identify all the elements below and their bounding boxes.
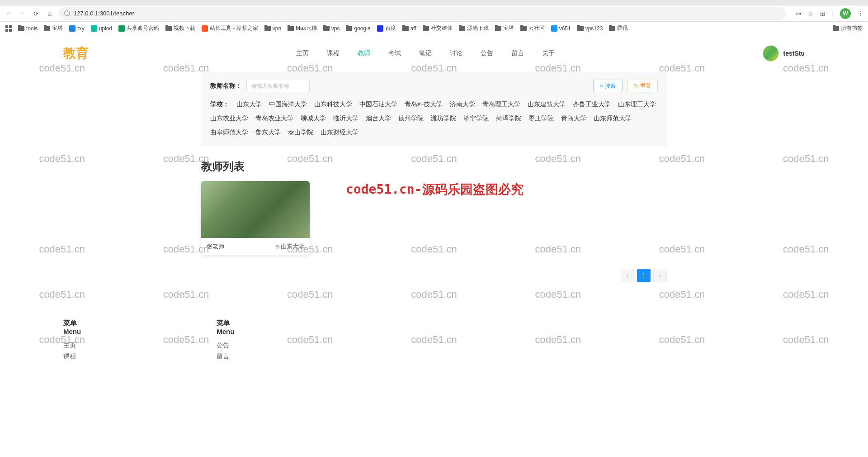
apps-icon[interactable]: [5, 25, 12, 32]
bookmark-item[interactable]: Max云梯: [288, 24, 317, 32]
teacher-list-title: 教师列表: [201, 159, 667, 174]
all-bookmarks[interactable]: 所有书签: [833, 24, 863, 32]
school-filter-link[interactable]: 济南大学: [450, 99, 475, 110]
folder-icon: [577, 26, 584, 31]
school-filter-link[interactable]: 菏泽学院: [496, 113, 521, 124]
folder-icon: [264, 26, 271, 31]
footer-link[interactable]: 留言: [217, 352, 234, 361]
bookmark-item[interactable]: 源码下载: [459, 24, 489, 32]
bookmark-item[interactable]: 宝塔: [495, 24, 514, 32]
teacher-card-image: [201, 181, 310, 238]
teacher-name: 张老师: [207, 243, 224, 251]
folder-icon: [520, 26, 527, 31]
teacher-name-input[interactable]: [246, 80, 310, 92]
profile-avatar[interactable]: W: [840, 8, 851, 19]
school-filter-link[interactable]: 鲁东大学: [255, 127, 281, 138]
nav-link[interactable]: 笔记: [419, 49, 432, 57]
school-filter-link[interactable]: 青岛农业大学: [255, 113, 293, 124]
school-filter-link[interactable]: 山东农业大学: [210, 113, 248, 124]
footer-col-1: 菜单 Menu 主页 课程: [63, 319, 81, 363]
bookmark-item[interactable]: 宝塔: [44, 24, 63, 32]
nav-link[interactable]: 公告: [481, 49, 493, 57]
bookmark-item[interactable]: txy: [69, 25, 84, 32]
key-icon[interactable]: ⊶: [795, 10, 802, 17]
browser-toolbar: ← → ⟳ ⌂ ⓘ 127.0.0.1:3001/teacher ⊶ ☆ ⊞ |…: [0, 5, 868, 22]
bookmark-item[interactable]: aff: [402, 25, 416, 32]
school-filter-link[interactable]: 中国海洋大学: [269, 99, 307, 110]
nav-link[interactable]: 教师: [358, 49, 370, 57]
search-button[interactable]: ○ 搜索: [593, 80, 623, 92]
nav-link[interactable]: 留言: [511, 49, 524, 57]
bookmark-item[interactable]: google: [346, 25, 370, 32]
folder-icon: [609, 26, 615, 31]
school-filter-link[interactable]: 山东理工大学: [618, 99, 656, 110]
school-filter-link[interactable]: 青岛理工大学: [482, 99, 520, 110]
school-filter-link[interactable]: 青岛大学: [561, 113, 586, 124]
menu-icon[interactable]: ⋮: [857, 10, 863, 17]
user-area[interactable]: testStu: [763, 45, 805, 62]
home-button[interactable]: ⌂: [45, 9, 54, 18]
school-filter-link[interactable]: 潍坊学院: [431, 113, 456, 124]
nav-link[interactable]: 考试: [388, 49, 401, 57]
star-icon[interactable]: ☆: [808, 10, 814, 17]
school-filter-link[interactable]: 中国石油大学: [359, 99, 397, 110]
next-page-button[interactable]: ›: [653, 269, 667, 282]
nav-link[interactable]: 关于: [542, 49, 555, 57]
school-filter-link[interactable]: 临沂大学: [333, 113, 359, 124]
school-filter-link[interactable]: 山东建筑大学: [528, 99, 566, 110]
page-number[interactable]: 1: [637, 269, 651, 282]
watermark-text: code51.cn-源码乐园盗图必究: [346, 181, 524, 198]
footer-link[interactable]: 公告: [217, 342, 234, 350]
folder-icon: [18, 26, 24, 31]
school-filter-link[interactable]: 泰山学院: [288, 127, 313, 138]
school-filter-link[interactable]: 德州学院: [398, 113, 424, 124]
site-info-icon: ⓘ: [64, 10, 70, 18]
prev-page-button[interactable]: ‹: [621, 269, 634, 282]
reload-button[interactable]: ⟳: [32, 9, 41, 18]
teacher-school: ⎋ 山东大学: [276, 243, 304, 251]
footer-link[interactable]: 主页: [63, 342, 81, 350]
school-filter-link[interactable]: 齐鲁工业大学: [573, 99, 611, 110]
school-filter-link[interactable]: 聊城大学: [301, 113, 326, 124]
back-button[interactable]: ←: [5, 9, 14, 18]
bookmark-item[interactable]: 云社区: [520, 24, 545, 32]
nav-link[interactable]: 主页: [296, 49, 309, 57]
school-filter-link[interactable]: 济宁学院: [463, 113, 489, 124]
footer: 菜单 Menu 主页 课程 菜单 Menu 公告 留言: [0, 309, 868, 381]
baidu-icon: [377, 25, 383, 32]
folder-icon: [165, 26, 172, 31]
bookmark-item[interactable]: 视频下载: [165, 24, 195, 32]
bookmark-item[interactable]: 百度: [377, 24, 396, 32]
bookmark-item[interactable]: v651: [551, 25, 571, 32]
bookmark-item[interactable]: vpn: [264, 25, 281, 32]
bookmark-item[interactable]: 社交媒体: [423, 24, 453, 32]
bookmark-item[interactable]: 共享账号密码: [118, 24, 159, 32]
school-filter-link[interactable]: 烟台大学: [366, 113, 391, 124]
school-filter-link[interactable]: 枣庄学院: [528, 113, 554, 124]
folder-icon: [459, 26, 465, 31]
main-nav: 主页课程教师考试笔记讨论公告留言关于: [89, 49, 763, 57]
bookmark-item[interactable]: 腾讯: [609, 24, 628, 32]
footer-link[interactable]: 课程: [63, 352, 81, 361]
extensions-icon[interactable]: ⊞: [820, 10, 826, 17]
school-filter-link[interactable]: 山东大学: [236, 99, 262, 110]
school-filter-link[interactable]: 曲阜师范大学: [210, 127, 248, 138]
folder-icon: [495, 26, 501, 31]
school-filter-link[interactable]: 青岛科技大学: [405, 99, 443, 110]
teacher-card[interactable]: 张老师 ⎋ 山东大学: [201, 181, 310, 255]
bookmark-item[interactable]: vps123: [577, 25, 603, 32]
forward-button[interactable]: →: [18, 9, 27, 18]
school-filter-link[interactable]: 山东师范大学: [594, 113, 632, 124]
bookmark-item[interactable]: uplod: [91, 25, 112, 32]
v651-icon: [551, 25, 557, 32]
nav-link[interactable]: 讨论: [450, 49, 462, 57]
bookmark-item[interactable]: tools: [18, 25, 38, 32]
bookmark-item[interactable]: vps: [323, 25, 340, 32]
school-filter-link[interactable]: 山东财经大学: [321, 127, 359, 138]
bookmark-item[interactable]: 站长工具 - 站长之家: [202, 24, 258, 32]
reset-button[interactable]: ↻ 重置: [627, 80, 658, 92]
url-bar[interactable]: ⓘ 127.0.0.1:3001/teacher: [59, 7, 786, 20]
logo[interactable]: 教育: [63, 45, 89, 62]
school-filter-link[interactable]: 山东科技大学: [314, 99, 352, 110]
nav-link[interactable]: 课程: [327, 49, 340, 57]
